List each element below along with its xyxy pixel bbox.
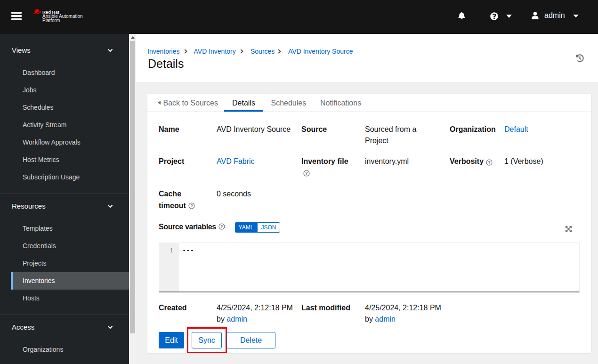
svg-text:?: ? [305, 171, 308, 176]
svg-text:?: ? [488, 160, 491, 165]
svg-text:?: ? [190, 203, 193, 208]
svg-text:?: ? [220, 224, 223, 229]
